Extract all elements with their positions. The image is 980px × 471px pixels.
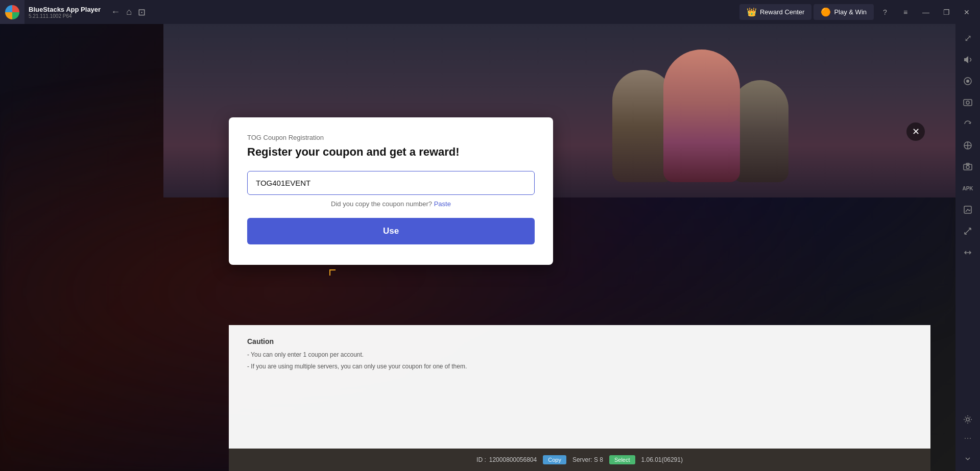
right-sidebar: ⤢ APK ··· xyxy=(955,24,980,471)
volume-icon[interactable] xyxy=(958,49,978,70)
character-2 xyxy=(663,49,740,182)
id-value: 12000800056804 xyxy=(489,456,537,463)
version-info: 1.06.01(06291) xyxy=(641,456,683,463)
help-button[interactable]: ? xyxy=(876,3,894,21)
svg-rect-2 xyxy=(964,100,972,106)
id-label: ID : xyxy=(476,456,486,463)
svg-point-3 xyxy=(966,101,969,104)
copy-id-button[interactable]: Copy xyxy=(543,455,566,464)
minimize-button[interactable]: — xyxy=(917,3,935,21)
dialog-subtitle: TOG Coupon Registration xyxy=(247,134,535,141)
main-content: ✕ TOG Coupon Registration Register your … xyxy=(0,24,955,471)
titlebar-right: 👑 Reward Center 🟠 Play & Win ? ≡ — ❐ ✕ xyxy=(739,3,980,21)
expand-icon[interactable]: ⤢ xyxy=(958,28,978,48)
coin-icon: 🟠 xyxy=(821,7,831,17)
nav-controls: ← ⌂ ⊡ xyxy=(111,7,146,18)
expand-sidebar-icon[interactable] xyxy=(958,449,978,469)
app-version: 5.21.111.1002 P64 xyxy=(29,13,101,19)
coupon-dialog: TOG Coupon Registration Register your co… xyxy=(229,117,553,265)
caution-item-1: - You can only enter 1 coupon per accoun… xyxy=(247,351,912,359)
more-options-icon[interactable]: ··· xyxy=(964,433,971,443)
server-info: Server: S 8 xyxy=(572,456,603,463)
caution-item-2: - If you are using multiple servers, you… xyxy=(247,362,912,371)
dialog-content: TOG Coupon Registration Register your co… xyxy=(229,117,553,265)
id-info: ID : 12000800056804 xyxy=(476,456,537,463)
paste-link[interactable]: Paste xyxy=(434,200,451,208)
app-name-section: BlueStacks App Player 5.21.111.1002 P64 xyxy=(29,6,101,19)
game-info-bar: ID : 12000800056804 Copy Server: S 8 Sel… xyxy=(229,449,930,471)
menu-button[interactable]: ≡ xyxy=(896,3,915,21)
paste-hint-text: Did you copy the coupon number? xyxy=(331,200,432,208)
tabs-button[interactable]: ⊡ xyxy=(138,7,146,18)
close-button[interactable]: ✕ xyxy=(958,3,976,21)
titlebar: BlueStacks App Player 5.21.111.1002 P64 … xyxy=(0,0,980,24)
reward-center-button[interactable]: 👑 Reward Center xyxy=(739,4,811,20)
paste-hint: Did you copy the coupon number? Paste xyxy=(247,200,535,208)
back-button[interactable]: ← xyxy=(111,7,120,17)
app-name: BlueStacks App Player xyxy=(29,6,101,13)
caution-title: Caution xyxy=(247,337,912,345)
screenshot-icon[interactable] xyxy=(958,92,978,113)
crown-icon: 👑 xyxy=(747,7,757,17)
dialog-close-button[interactable]: ✕ xyxy=(906,122,925,141)
screenshot2-icon[interactable] xyxy=(958,200,978,220)
rotation-icon[interactable] xyxy=(958,114,978,134)
server-label: Server: S 8 xyxy=(572,456,603,463)
character-3 xyxy=(732,80,788,182)
svg-point-8 xyxy=(966,166,969,169)
app-logo xyxy=(0,0,25,24)
restore-button[interactable]: ❐ xyxy=(937,3,955,21)
bluestacks-logo-icon xyxy=(5,5,19,19)
svg-point-1 xyxy=(966,80,969,83)
camera-icon[interactable] xyxy=(958,157,978,177)
apk-icon[interactable]: APK xyxy=(958,178,978,199)
coupon-input[interactable] xyxy=(247,171,535,195)
select-server-button[interactable]: Select xyxy=(609,455,635,464)
banner-characters xyxy=(547,29,853,182)
settings-icon[interactable] xyxy=(958,409,978,430)
play-win-button[interactable]: 🟠 Play & Win xyxy=(814,4,874,20)
home-button[interactable]: ⌂ xyxy=(126,7,132,17)
dialog-title: Register your coupon and get a reward! xyxy=(247,145,535,159)
svg-point-11 xyxy=(966,418,969,421)
play-win-label: Play & Win xyxy=(834,8,867,16)
reward-center-label: Reward Center xyxy=(760,8,804,16)
use-coupon-button[interactable]: Use xyxy=(247,218,535,244)
shake-icon[interactable] xyxy=(958,242,978,263)
version-value: 1.06.01(06291) xyxy=(641,456,683,463)
resize-icon[interactable] xyxy=(958,221,978,241)
location-icon[interactable] xyxy=(958,135,978,156)
record-icon[interactable] xyxy=(958,71,978,91)
